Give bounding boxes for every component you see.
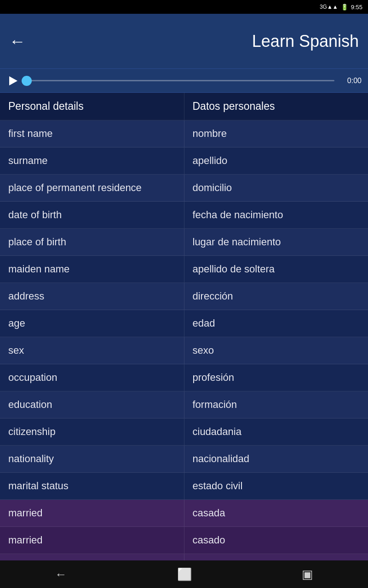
spanish-cell: profesión (184, 364, 368, 391)
back-arrow-icon: ← (9, 32, 26, 51)
home-nav-button[interactable]: ⬜ (177, 567, 192, 582)
time-label: 0:00 (341, 77, 362, 85)
spanish-cell: nombre (184, 120, 368, 147)
back-nav-button[interactable]: ← (55, 567, 67, 582)
time-display: 9:55 (351, 4, 362, 11)
spanish-cell: estado civil (184, 473, 368, 499)
play-button[interactable] (6, 74, 20, 88)
signal-icon: 3G▲▲ (320, 4, 338, 10)
spanish-cell: dirección (184, 283, 368, 310)
spanish-cell: edad (184, 310, 368, 337)
page-title: Learn Spanish (252, 32, 359, 51)
battery-icon: 🔋 (341, 4, 348, 11)
english-cell: place of birth (0, 229, 184, 255)
spanish-cell: ciudadania (184, 418, 368, 445)
table-row[interactable]: first namenombre (0, 120, 368, 147)
table-row[interactable]: citizenshipciudadania (0, 418, 368, 446)
english-cell: married (0, 527, 184, 554)
english-cell: first name (0, 120, 184, 147)
english-cell: married (0, 500, 184, 526)
spanish-cell: lugar de nacimiento (184, 229, 368, 255)
table-row[interactable]: marital statusestado civil (0, 473, 368, 500)
spanish-cell: fecha de nacimiento (184, 202, 368, 228)
english-cell: sex (0, 337, 184, 364)
table-row[interactable]: marriedcasada (0, 500, 368, 527)
english-cell: bachelor (0, 554, 184, 560)
table-row[interactable]: Personal detailsDatos personales (0, 93, 368, 120)
english-cell: Personal details (0, 93, 184, 120)
recents-nav-button[interactable]: ▣ (302, 567, 313, 582)
spanish-cell: Datos personales (184, 93, 368, 120)
spanish-cell: domicilio (184, 175, 368, 201)
table-row[interactable]: addressdirección (0, 283, 368, 310)
english-cell: education (0, 391, 184, 418)
table-row[interactable]: date of birthfecha de nacimiento (0, 202, 368, 229)
back-button[interactable]: ← (9, 32, 26, 51)
table-row[interactable]: bachelorsoltero (0, 554, 368, 560)
english-cell: address (0, 283, 184, 310)
english-cell: age (0, 310, 184, 337)
english-cell: maiden name (0, 256, 184, 283)
table-row[interactable]: marriedcasado (0, 527, 368, 554)
progress-thumb[interactable] (22, 76, 32, 86)
table-row[interactable]: educationformación (0, 391, 368, 418)
spanish-cell: formación (184, 391, 368, 418)
spanish-cell: nacionalidad (184, 446, 368, 472)
table-row[interactable]: ageedad (0, 310, 368, 337)
table-row[interactable]: nationalitynacionalidad (0, 446, 368, 473)
english-cell: marital status (0, 473, 184, 499)
english-cell: surname (0, 147, 184, 174)
spanish-cell: apellido (184, 147, 368, 174)
spanish-cell: soltero (184, 554, 368, 560)
play-icon (9, 76, 17, 85)
table-row[interactable]: occupationprofesión (0, 364, 368, 391)
spanish-cell: sexo (184, 337, 368, 364)
english-cell: date of birth (0, 202, 184, 228)
spanish-cell: casada (184, 500, 368, 526)
english-cell: citizenship (0, 418, 184, 445)
status-bar: 3G▲▲ 🔋 9:55 (0, 0, 368, 14)
vocab-table: Personal detailsDatos personalesfirst na… (0, 93, 368, 560)
audio-player: 0:00 (0, 69, 368, 93)
nav-bar: ← ⬜ ▣ (0, 560, 368, 588)
table-row[interactable]: maiden nameapellido de soltera (0, 256, 368, 283)
table-row[interactable]: sexsexo (0, 337, 368, 364)
table-row[interactable]: place of permanent residencedomicilio (0, 175, 368, 202)
english-cell: nationality (0, 446, 184, 472)
english-cell: place of permanent residence (0, 175, 184, 201)
table-row[interactable]: place of birthlugar de nacimiento (0, 229, 368, 256)
spanish-cell: casado (184, 527, 368, 554)
english-cell: occupation (0, 364, 184, 391)
spanish-cell: apellido de soltera (184, 256, 368, 283)
progress-track[interactable] (27, 80, 334, 81)
table-row[interactable]: surnameapellido (0, 147, 368, 175)
app-bar: ← Learn Spanish (0, 14, 368, 69)
